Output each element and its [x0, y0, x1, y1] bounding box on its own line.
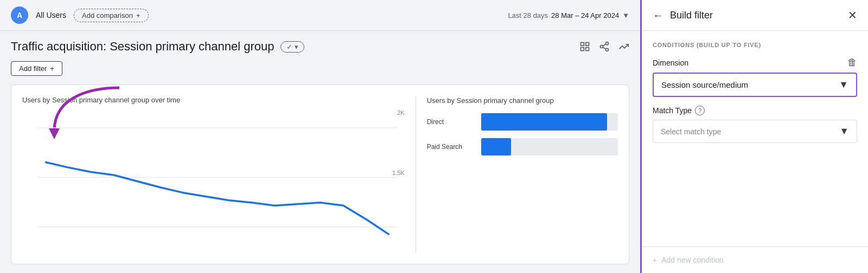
svg-rect-0 [581, 43, 584, 46]
match-type-header: Match Type ? [653, 106, 857, 115]
help-icon-text: ? [698, 107, 701, 114]
dimension-select[interactable]: Session source/medium ▼ [653, 73, 857, 97]
page-title: Traffic acquisition: Session primary cha… [11, 40, 274, 54]
dimension-section: Dimension 🗑 Session source/medium ▼ [653, 57, 857, 97]
left-panel: A All Users Add comparison + Last 28 day… [0, 0, 640, 273]
bar-track-direct [481, 113, 618, 131]
title-badge[interactable]: ✓ ▾ [280, 41, 304, 53]
panel-header: ← Build filter ✕ [642, 0, 868, 31]
bar-row-paid-search: Paid Search [427, 138, 618, 155]
svg-line-7 [603, 47, 606, 49]
bar-row-direct: Direct [427, 113, 618, 131]
line-chart-title: Users by Session primary channel group o… [22, 96, 405, 104]
bar-chart-title: Users by Session primary channel group [427, 96, 618, 106]
svg-line-8 [603, 44, 606, 46]
svg-rect-2 [586, 48, 589, 51]
close-icon: ✕ [848, 9, 857, 22]
bar-chart-section: Users by Session primary channel group D… [416, 96, 618, 253]
select-match-type-text: Select match type [661, 127, 721, 136]
help-icon[interactable]: ? [695, 106, 705, 115]
panel-close-button[interactable]: ✕ [848, 9, 857, 22]
dimension-chevron-down-icon: ▼ [839, 79, 848, 90]
add-comparison-plus-icon: + [136, 11, 141, 20]
add-condition-button[interactable]: + Add new condition [653, 256, 724, 264]
share-icon-btn[interactable] [599, 41, 610, 52]
date-dropdown-icon: ▼ [622, 11, 629, 20]
last-days-label: Last 28 days [508, 11, 548, 20]
page-title-row: Traffic acquisition: Session primary cha… [11, 40, 629, 54]
badge-check-icon: ✓ [286, 43, 292, 51]
y-label-2k: 2K [397, 109, 404, 116]
all-users-label: All Users [36, 11, 66, 20]
conditions-label: CONDITIONS (BUILD UP TO FIVE) [653, 42, 857, 48]
top-bar: A All Users Add comparison + Last 28 day… [0, 0, 640, 31]
avatar: A [11, 6, 28, 24]
main-content: Traffic acquisition: Session primary cha… [0, 31, 640, 273]
y-label-15k: 1.5K [392, 170, 405, 176]
add-comparison-button[interactable]: Add comparison + [74, 9, 149, 22]
add-filter-button[interactable]: Add filter + [11, 61, 62, 76]
trash-icon[interactable]: 🗑 [847, 57, 857, 68]
build-filter-panel: ← Build filter ✕ CONDITIONS (BUILD UP TO… [640, 0, 868, 273]
trend-icon-btn[interactable] [618, 41, 629, 52]
line-chart-section: Users by Session primary channel group o… [22, 96, 405, 253]
add-condition-label: Add new condition [661, 256, 723, 264]
match-type-select[interactable]: Select match type ▼ [653, 120, 857, 143]
dimension-label: Dimension [653, 58, 688, 67]
chart-container: Users by Session primary channel group o… [11, 84, 629, 264]
top-bar-right: Last 28 days 28 Mar – 24 Apr 2024 ▼ [508, 11, 629, 20]
chart-icon-btn[interactable] [579, 41, 590, 52]
svg-rect-1 [586, 43, 589, 46]
back-icon: ← [653, 9, 663, 22]
panel-back-button[interactable]: ← [653, 9, 663, 22]
add-filter-label: Add filter [19, 64, 47, 73]
add-comparison-label: Add comparison [82, 11, 133, 20]
add-filter-row: Add filter + [11, 61, 629, 76]
bar-label-paid-search: Paid Search [427, 143, 476, 151]
top-bar-left: A All Users Add comparison + [11, 6, 149, 24]
bar-fill-direct [481, 113, 607, 131]
match-type-chevron-down-icon: ▼ [839, 126, 849, 137]
bar-label-direct: Direct [427, 118, 476, 126]
svg-point-6 [606, 48, 609, 51]
svg-point-5 [601, 46, 603, 48]
dimension-header: Dimension 🗑 [653, 57, 857, 68]
svg-point-4 [606, 42, 609, 45]
bar-track-paid-search [481, 138, 618, 155]
line-chart-area: 2K 1.5K [22, 109, 405, 253]
svg-rect-3 [581, 48, 584, 51]
dimension-select-text: Session source/medium [661, 80, 839, 89]
date-range-selector[interactable]: Last 28 days 28 Mar – 24 Apr 2024 ▼ [508, 11, 629, 20]
panel-footer: + Add new condition [642, 246, 868, 273]
date-range-value: 28 Mar – 24 Apr 2024 [551, 11, 619, 20]
bar-fill-paid-search [481, 138, 512, 155]
panel-body: CONDITIONS (BUILD UP TO FIVE) Dimension … [642, 31, 868, 246]
panel-title: Build filter [670, 10, 841, 21]
add-filter-plus-icon: + [50, 64, 54, 73]
match-type-label: Match Type [653, 106, 692, 115]
title-actions [579, 41, 629, 52]
badge-dropdown-icon: ▾ [295, 43, 298, 51]
add-condition-plus-icon: + [653, 256, 657, 264]
match-type-section: Match Type ? Select match type ▼ [653, 106, 857, 143]
